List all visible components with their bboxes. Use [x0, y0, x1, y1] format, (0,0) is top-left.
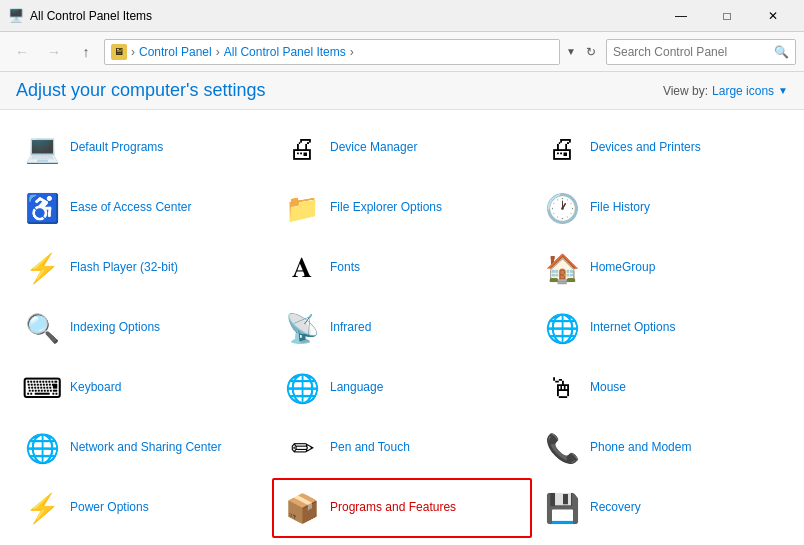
default-programs-label: Default Programs — [70, 140, 163, 156]
language-label: Language — [330, 380, 383, 396]
infrared-icon: 📡 — [282, 308, 322, 348]
maximize-button[interactable]: □ — [704, 0, 750, 32]
grid-item-default-programs[interactable]: 💻Default Programs — [12, 118, 272, 178]
up-button[interactable]: ↑ — [72, 38, 100, 66]
devices-and-printers-label: Devices and Printers — [590, 140, 701, 156]
power-options-icon: ⚡ — [22, 488, 62, 528]
programs-features-icon: 📦 — [282, 488, 322, 528]
path-all-items[interactable]: All Control Panel Items — [224, 45, 346, 59]
ease-of-access-label: Ease of Access Center — [70, 200, 191, 216]
mouse-icon: 🖱 — [542, 368, 582, 408]
fonts-icon: 𝐀 — [282, 248, 322, 288]
devices-and-printers-icon: 🖨 — [542, 128, 582, 168]
fonts-label: Fonts — [330, 260, 360, 276]
path-icon: 🖥 — [111, 44, 127, 60]
grid-item-flash-player[interactable]: ⚡Flash Player (32-bit) — [12, 238, 272, 298]
view-by-value[interactable]: Large icons — [712, 84, 774, 98]
title-bar: 🖥️ All Control Panel Items — □ ✕ — [0, 0, 804, 32]
grid-item-fonts[interactable]: 𝐀Fonts — [272, 238, 532, 298]
file-explorer-options-label: File Explorer Options — [330, 200, 442, 216]
grid-item-device-manager[interactable]: 🖨Device Manager — [272, 118, 532, 178]
view-by-arrow[interactable]: ▼ — [778, 85, 788, 96]
grid-item-devices-and-printers[interactable]: 🖨Devices and Printers — [532, 118, 792, 178]
infrared-label: Infrared — [330, 320, 371, 336]
file-history-label: File History — [590, 200, 650, 216]
indexing-options-icon: 🔍 — [22, 308, 62, 348]
ease-of-access-icon: ♿ — [22, 188, 62, 228]
default-programs-icon: 💻 — [22, 128, 62, 168]
grid-item-ease-of-access[interactable]: ♿Ease of Access Center — [12, 178, 272, 238]
grid-item-internet-options[interactable]: 🌐Internet Options — [532, 298, 792, 358]
internet-options-label: Internet Options — [590, 320, 675, 336]
internet-options-icon: 🌐 — [542, 308, 582, 348]
view-by-control: View by: Large icons ▼ — [663, 84, 788, 98]
grid-item-infrared[interactable]: 📡Infrared — [272, 298, 532, 358]
window-icon: 🖥️ — [8, 8, 24, 24]
network-sharing-label: Network and Sharing Center — [70, 440, 221, 456]
grid-item-language[interactable]: 🌐Language — [272, 358, 532, 418]
grid-item-phone-modem[interactable]: 📞Phone and Modem — [532, 418, 792, 478]
refresh-button[interactable]: ↻ — [580, 41, 602, 63]
forward-button[interactable]: → — [40, 38, 68, 66]
grid-item-file-history[interactable]: 🕐File History — [532, 178, 792, 238]
recovery-label: Recovery — [590, 500, 641, 516]
recovery-icon: 💾 — [542, 488, 582, 528]
grid-item-recovery[interactable]: 💾Recovery — [532, 478, 792, 538]
grid-item-keyboard[interactable]: ⌨Keyboard — [12, 358, 272, 418]
main-header: Adjust your computer's settings View by:… — [0, 72, 804, 110]
grid-item-file-explorer-options[interactable]: 📁File Explorer Options — [272, 178, 532, 238]
grid-item-programs-features[interactable]: 📦Programs and Features — [272, 478, 532, 538]
grid-item-pen-touch[interactable]: ✏Pen and Touch — [272, 418, 532, 478]
pen-touch-label: Pen and Touch — [330, 440, 410, 456]
close-button[interactable]: ✕ — [750, 0, 796, 32]
language-icon: 🌐 — [282, 368, 322, 408]
indexing-options-label: Indexing Options — [70, 320, 160, 336]
back-button[interactable]: ← — [8, 38, 36, 66]
path-control-panel[interactable]: Control Panel — [139, 45, 212, 59]
power-options-label: Power Options — [70, 500, 149, 516]
grid-item-power-options[interactable]: ⚡Power Options — [12, 478, 272, 538]
device-manager-icon: 🖨 — [282, 128, 322, 168]
grid-item-region[interactable]: 🕐Region — [12, 538, 272, 539]
items-grid: 💻Default Programs🖨Device Manager🖨Devices… — [0, 110, 804, 539]
search-input[interactable] — [613, 45, 774, 59]
keyboard-label: Keyboard — [70, 380, 121, 396]
flash-player-icon: ⚡ — [22, 248, 62, 288]
window-title: All Control Panel Items — [30, 9, 658, 23]
grid-item-remoteapp[interactable]: 🖥RemoteApp and Desktop Connections — [272, 538, 532, 539]
address-bar: ← → ↑ 🖥 › Control Panel › All Control Pa… — [0, 32, 804, 72]
window-controls: — □ ✕ — [658, 0, 796, 32]
homegroup-label: HomeGroup — [590, 260, 655, 276]
flash-player-label: Flash Player (32-bit) — [70, 260, 178, 276]
file-history-icon: 🕐 — [542, 188, 582, 228]
address-dropdown[interactable]: ▼ — [564, 44, 578, 59]
phone-modem-icon: 📞 — [542, 428, 582, 468]
programs-features-label: Programs and Features — [330, 500, 456, 516]
mouse-label: Mouse — [590, 380, 626, 396]
search-icon[interactable]: 🔍 — [774, 45, 789, 59]
phone-modem-label: Phone and Modem — [590, 440, 691, 456]
device-manager-label: Device Manager — [330, 140, 417, 156]
search-box[interactable]: 🔍 — [606, 39, 796, 65]
address-path: 🖥 › Control Panel › All Control Panel It… — [104, 39, 560, 65]
minimize-button[interactable]: — — [658, 0, 704, 32]
keyboard-icon: ⌨ — [22, 368, 62, 408]
homegroup-icon: 🏠 — [542, 248, 582, 288]
view-by-label: View by: — [663, 84, 708, 98]
page-title: Adjust your computer's settings — [16, 80, 266, 101]
grid-item-indexing-options[interactable]: 🔍Indexing Options — [12, 298, 272, 358]
grid-item-homegroup[interactable]: 🏠HomeGroup — [532, 238, 792, 298]
grid-item-mouse[interactable]: 🖱Mouse — [532, 358, 792, 418]
grid-item-network-sharing[interactable]: 🌐Network and Sharing Center — [12, 418, 272, 478]
grid-item-security-maintenance[interactable]: 🚩Security and Maintenance — [532, 538, 792, 539]
network-sharing-icon: 🌐 — [22, 428, 62, 468]
pen-touch-icon: ✏ — [282, 428, 322, 468]
content-area: 💻Default Programs🖨Device Manager🖨Devices… — [0, 110, 804, 539]
address-controls: ▼ ↻ — [564, 41, 602, 63]
file-explorer-options-icon: 📁 — [282, 188, 322, 228]
